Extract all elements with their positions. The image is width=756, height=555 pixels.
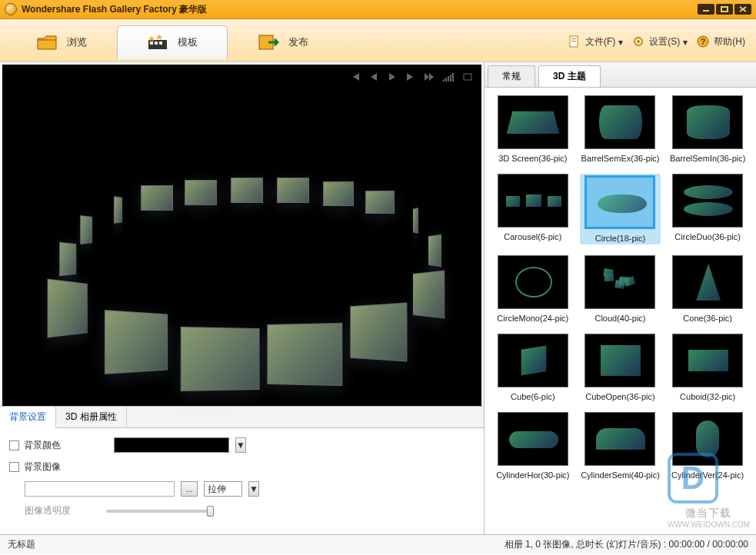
template-grid[interactable]: 3D Screen(36-pic)BarrelSemEx(36-pic)Barr… — [485, 88, 756, 534]
first-button[interactable] — [348, 71, 363, 83]
template-tabs: 常规 3D 主题 — [485, 62, 756, 88]
template-card[interactable]: CubeOpen(36-pic) — [580, 334, 661, 401]
tab-template[interactable]: 模板 — [117, 25, 228, 59]
tab-browse-label: 浏览 — [67, 35, 87, 49]
tab-browse[interactable]: 浏览 — [6, 25, 117, 59]
menu-settings[interactable]: 设置(S) ▾ — [628, 32, 692, 52]
stretch-dropdown[interactable]: ▼ — [248, 481, 259, 497]
checkbox-icon — [9, 440, 19, 450]
svg-rect-5 — [150, 42, 153, 45]
template-thumb — [498, 174, 568, 228]
settings-panel: 背景设置 3D 相册属性 背景颜色 ▼ 背景图像 ... 拉伸 ▼ — [0, 406, 484, 534]
template-card[interactable]: Circle(18-pic) — [580, 174, 661, 244]
svg-rect-7 — [159, 42, 162, 45]
svg-rect-1 — [721, 7, 728, 12]
template-thumb — [672, 334, 743, 387]
template-card[interactable]: CircleDuo(36-pic) — [667, 174, 748, 244]
tab-publish-label: 发布 — [288, 35, 308, 49]
template-card[interactable]: CylinderVer(24-pic) — [667, 412, 748, 480]
play-button[interactable] — [385, 71, 400, 83]
folder-icon — [36, 33, 58, 52]
template-card[interactable]: 3D Screen(36-pic) — [492, 95, 574, 163]
template-card[interactable]: Cone(36-pic) — [667, 255, 748, 323]
prev-button[interactable] — [366, 71, 381, 83]
maximize-button[interactable] — [716, 4, 733, 15]
bg-image-path[interactable] — [25, 481, 175, 497]
template-card[interactable]: BarrelSemIn(36-pic) — [667, 95, 748, 163]
template-name: BarrelSemEx(36-pic) — [581, 154, 659, 163]
tab-3d-album-props[interactable]: 3D 相册属性 — [56, 407, 127, 427]
title-bar: Wondershare Flash Gallery Factory 豪华版 — [0, 0, 756, 19]
browse-button[interactable]: ... — [181, 481, 198, 497]
menu-help[interactable]: ? 帮助(H) — [692, 32, 750, 52]
svg-rect-12 — [571, 38, 576, 39]
template-thumb — [672, 95, 743, 149]
bg-image-checkbox[interactable]: 背景图像 — [9, 460, 63, 474]
minimize-button[interactable] — [698, 4, 714, 15]
status-bar: 无标题 相册 1, 0 张图像, 总时长 (幻灯片/音乐) : 00:00:00… — [0, 534, 756, 554]
stretch-select[interactable]: 拉伸 — [204, 481, 242, 497]
tab-template-label: 模板 — [178, 35, 198, 49]
template-card[interactable]: CylinderHor(30-pic) — [492, 412, 574, 480]
tab-3d-themes[interactable]: 3D 主题 — [538, 65, 601, 87]
help-icon: ? — [697, 35, 711, 49]
svg-rect-6 — [155, 42, 158, 45]
opacity-slider[interactable] — [106, 510, 214, 513]
next-button[interactable] — [403, 71, 418, 83]
template-thumb — [584, 175, 655, 229]
svg-rect-13 — [571, 41, 576, 42]
app-logo-icon — [5, 3, 17, 15]
status-doc-title: 无标题 — [8, 538, 35, 551]
template-name: Cone(36-pic) — [683, 314, 732, 323]
template-thumb — [498, 334, 568, 387]
preview-stage[interactable] — [2, 65, 481, 406]
template-thumb — [498, 95, 568, 149]
template-name: Circle(18-pic) — [595, 234, 645, 243]
fullscreen-button[interactable] — [460, 71, 475, 83]
volume-icon[interactable] — [443, 73, 454, 81]
main-toolbar: 浏览 模板 发布 文件(F) ▾ 设置(S) ▾ ? 帮助(H) — [0, 19, 756, 62]
template-card[interactable]: Cloud(40-pic) — [580, 255, 661, 323]
bg-color-checkbox[interactable]: 背景颜色 — [9, 439, 63, 452]
template-name: CylinderSemi(40-pic) — [581, 470, 660, 480]
template-card[interactable]: CircleMono(24-pic) — [492, 255, 574, 323]
chevron-down-icon: ▾ — [618, 37, 623, 48]
menu-file[interactable]: 文件(F) ▾ — [564, 32, 628, 52]
content-area: 背景设置 3D 相册属性 背景颜色 ▼ 背景图像 ... 拉伸 ▼ — [0, 62, 756, 534]
status-album-info: 相册 1, 0 张图像, 总时长 (幻灯片/音乐) : 00:00:00 / 0… — [505, 538, 748, 551]
svg-rect-18 — [464, 74, 471, 80]
template-name: CircleMono(24-pic) — [497, 314, 568, 323]
bg-color-dropdown[interactable]: ▼ — [235, 437, 246, 453]
gear-icon — [632, 35, 646, 49]
template-card[interactable]: CylinderSemi(40-pic) — [580, 412, 661, 480]
template-thumb — [584, 412, 655, 466]
template-card[interactable]: Cube(6-pic) — [492, 334, 574, 401]
svg-marker-9 — [156, 34, 162, 40]
template-name: CylinderHor(30-pic) — [496, 470, 569, 480]
close-button[interactable] — [734, 4, 751, 15]
template-thumb — [672, 412, 743, 466]
template-thumb — [584, 255, 655, 309]
tab-normal-themes[interactable]: 常规 — [488, 65, 535, 87]
template-thumb — [584, 95, 655, 149]
publish-icon — [258, 33, 279, 52]
template-panel: 常规 3D 主题 3D Screen(36-pic)BarrelSemEx(36… — [484, 62, 756, 534]
last-button[interactable] — [421, 71, 437, 83]
svg-point-15 — [637, 40, 640, 43]
slider-knob[interactable] — [207, 506, 214, 517]
tab-bg-settings[interactable]: 背景设置 — [0, 407, 56, 428]
opacity-label: 图像透明度 — [25, 504, 71, 517]
template-name: Cube(6-pic) — [511, 392, 555, 401]
template-name: CubeOpen(36-pic) — [585, 392, 655, 401]
settings-tabs: 背景设置 3D 相册属性 — [0, 407, 484, 428]
template-thumb — [672, 255, 743, 309]
template-card[interactable]: Carousel(6-pic) — [492, 174, 574, 244]
template-card[interactable]: Cuboid(32-pic) — [667, 334, 748, 401]
template-name: 3D Screen(36-pic) — [498, 154, 567, 163]
template-name: CircleDuo(36-pic) — [674, 232, 741, 241]
template-card[interactable]: BarrelSemEx(36-pic) — [580, 95, 661, 163]
bg-color-swatch[interactable] — [114, 437, 229, 453]
checkbox-icon — [9, 462, 19, 472]
tab-publish[interactable]: 发布 — [228, 25, 338, 59]
template-name: BarrelSemIn(36-pic) — [670, 154, 745, 163]
